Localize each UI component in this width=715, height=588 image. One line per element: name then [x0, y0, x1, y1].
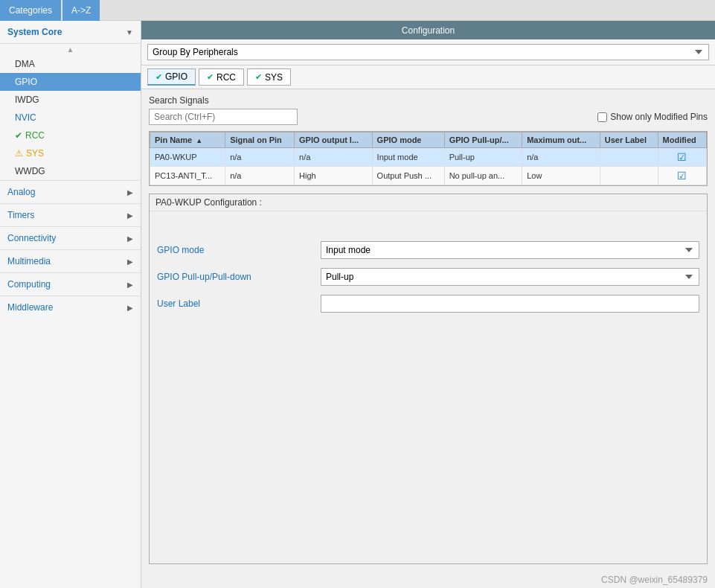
rcc-tab-check-icon: ✔: [207, 72, 214, 82]
content-area: Configuration Group By Peripherals ✔ GPI…: [141, 21, 715, 588]
col-gpio-pull[interactable]: GPIO Pull-up/...: [444, 132, 522, 148]
sidebar-item-dma[interactable]: DMA: [0, 55, 141, 73]
sidebar-item-sys-label: SYS: [26, 148, 44, 159]
gpio-pull-label: GPIO Pull-up/Pull-down: [157, 272, 321, 282]
search-signals-label: Search Signals: [149, 95, 708, 106]
sidebar-item-nvic[interactable]: NVIC: [0, 109, 141, 127]
sidebar-item-iwdg[interactable]: IWDG: [0, 91, 141, 109]
main-layout: System Core ▼ ▲ DMA GPIO IWDG NVIC ✔ RCC…: [0, 21, 715, 588]
sidebar-item-rcc-label: RCC: [25, 130, 45, 141]
categories-button[interactable]: Categories: [0, 0, 61, 21]
sidebar-category-connectivity[interactable]: Connectivity ▶: [0, 226, 141, 249]
col-gpio-output-level[interactable]: GPIO output l...: [295, 132, 373, 148]
config-field-gpio-mode: GPIO mode Input mode Output Push Pull Ou…: [157, 241, 699, 259]
config-header: Configuration: [141, 21, 715, 39]
sidebar-item-wwdg[interactable]: WWDG: [0, 162, 141, 180]
sidebar-category-multimedia-arrow: ▶: [127, 258, 133, 266]
table-row[interactable]: PA0-WKUPn/an/aInput modePull-upn/a☑: [150, 148, 707, 167]
watermark: CSDN @weixin_65489379: [141, 572, 715, 588]
gpio-mode-select[interactable]: Input mode Output Push Pull Output Open …: [321, 241, 699, 259]
sidebar-category-timers[interactable]: Timers ▶: [0, 203, 141, 226]
sidebar-system-core-header[interactable]: System Core ▼: [0, 21, 141, 44]
sys-tab-check-icon: ✔: [255, 72, 262, 82]
watermark-text: CSDN @weixin_65489379: [601, 575, 708, 585]
sidebar-item-iwdg-label: IWDG: [15, 95, 39, 105]
tab-gpio[interactable]: ✔ GPIO: [147, 68, 196, 86]
top-bar: Categories A->Z: [0, 0, 715, 21]
sidebar-category-analog-arrow: ▶: [127, 188, 133, 196]
col-gpio-mode[interactable]: GPIO mode: [372, 132, 444, 148]
tab-rcc-label: RCC: [217, 72, 236, 83]
sidebar-category-timers-arrow: ▶: [127, 211, 133, 220]
sidebar-category-computing[interactable]: Computing ▶: [0, 272, 141, 295]
sidebar-item-gpio-label: GPIO: [15, 77, 37, 87]
tab-sys-label: SYS: [265, 72, 283, 83]
sidebar-system-core-label: System Core: [7, 27, 62, 37]
gpio-pull-select[interactable]: Pull-up Pull-down No pull-up and no pull…: [321, 268, 699, 286]
tab-rcc[interactable]: ✔ RCC: [199, 68, 244, 86]
rcc-check-icon: ✔: [15, 130, 22, 141]
gpio-mode-label: GPIO mode: [157, 245, 321, 255]
config-field-user-label: User Label: [157, 295, 699, 313]
group-by-select[interactable]: Group By Peripherals: [147, 44, 709, 60]
show-modified-label: Show only Modified Pins: [610, 112, 708, 122]
sidebar-category-middleware[interactable]: Middleware ▶: [0, 295, 141, 319]
show-modified-container: Show only Modified Pins: [597, 112, 708, 122]
sidebar-category-computing-arrow: ▶: [127, 281, 133, 289]
tab-sys[interactable]: ✔ SYS: [247, 68, 291, 86]
modified-checkbox[interactable]: ☑: [658, 148, 706, 167]
show-modified-checkbox[interactable]: [597, 112, 607, 122]
sidebar-scroll-up[interactable]: ▲: [0, 44, 141, 55]
sidebar: System Core ▼ ▲ DMA GPIO IWDG NVIC ✔ RCC…: [0, 21, 141, 588]
modified-checkbox[interactable]: ☑: [658, 167, 706, 185]
sort-arrow-icon: ▲: [196, 137, 202, 144]
sys-warn-icon: ⚠: [15, 148, 23, 159]
sidebar-item-sys[interactable]: ⚠ SYS: [0, 144, 141, 162]
checked-icon: ☑: [677, 170, 687, 182]
sidebar-category-connectivity-label: Connectivity: [7, 233, 56, 243]
config-panel-body: GPIO mode Input mode Output Push Pull Ou…: [150, 211, 707, 329]
sidebar-category-timers-label: Timers: [7, 210, 34, 220]
sidebar-category-middleware-label: Middleware: [7, 302, 53, 313]
col-signal-on-pin[interactable]: Signal on Pin: [225, 132, 295, 148]
gpio-mode-control: Input mode Output Push Pull Output Open …: [321, 241, 699, 259]
user-label-control: [321, 295, 699, 313]
sidebar-item-wwdg-label: WWDG: [15, 166, 45, 176]
gpio-table: Pin Name ▲ Signal on Pin GPIO output l..…: [149, 131, 708, 186]
sidebar-category-multimedia[interactable]: Multimedia ▶: [0, 249, 141, 272]
config-panel-title: PA0-WKUP Configuration :: [150, 194, 707, 211]
sidebar-category-middleware-arrow: ▶: [127, 304, 133, 312]
sidebar-item-gpio[interactable]: GPIO: [0, 73, 141, 91]
gpio-tab-check-icon: ✔: [155, 72, 162, 82]
sidebar-category-analog-label: Analog: [7, 187, 35, 197]
tabs-bar: ✔ GPIO ✔ RCC ✔ SYS: [141, 65, 715, 89]
col-pin-name[interactable]: Pin Name ▲: [150, 132, 225, 148]
config-header-label: Configuration: [402, 25, 455, 36]
col-maximum-output[interactable]: Maximum out...: [522, 132, 600, 148]
az-button[interactable]: A->Z: [62, 0, 100, 21]
sidebar-category-analog[interactable]: Analog ▶: [0, 180, 141, 203]
table-row[interactable]: PC13-ANTI_T...n/aHighOutput Push ...No p…: [150, 167, 707, 185]
tab-gpio-label: GPIO: [165, 71, 187, 82]
search-row: Show only Modified Pins: [149, 109, 708, 125]
sidebar-item-rcc[interactable]: ✔ RCC: [0, 127, 141, 144]
gpio-pull-control: Pull-up Pull-down No pull-up and no pull…: [321, 268, 699, 286]
sidebar-item-nvic-label: NVIC: [15, 112, 36, 123]
user-label-input[interactable]: [321, 295, 699, 313]
group-by-bar: Group By Peripherals: [141, 39, 715, 65]
user-label-label: User Label: [157, 298, 321, 309]
search-input[interactable]: [149, 109, 298, 125]
sidebar-category-multimedia-label: Multimedia: [7, 256, 51, 266]
checked-icon: ☑: [677, 151, 687, 163]
config-field-gpio-pull: GPIO Pull-up/Pull-down Pull-up Pull-down…: [157, 268, 699, 286]
col-modified[interactable]: Modified: [658, 132, 706, 148]
sidebar-category-connectivity-arrow: ▶: [127, 234, 133, 243]
col-user-label[interactable]: User Label: [600, 132, 658, 148]
config-panel: PA0-WKUP Configuration : GPIO mode Input…: [149, 194, 708, 564]
sidebar-category-computing-label: Computing: [7, 279, 51, 290]
sidebar-system-core-arrow: ▼: [126, 28, 133, 36]
sidebar-item-dma-label: DMA: [15, 59, 35, 69]
search-area: Search Signals Show only Modified Pins: [141, 89, 715, 131]
